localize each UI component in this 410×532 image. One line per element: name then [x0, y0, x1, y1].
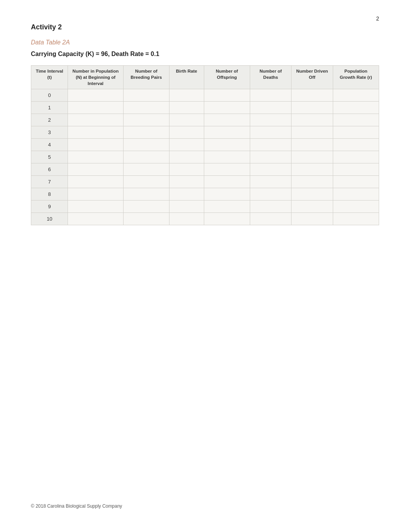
row-cell[interactable]: [204, 201, 250, 213]
row-cell[interactable]: [123, 102, 169, 114]
table-row: 7: [31, 176, 379, 188]
row-cell[interactable]: [291, 201, 333, 213]
row-cell[interactable]: [123, 114, 169, 126]
row-cell[interactable]: [204, 126, 250, 139]
row-cell[interactable]: [204, 188, 250, 201]
col-header-population: Number in Population (N) at Beginning of…: [68, 66, 123, 89]
row-cell[interactable]: [68, 102, 123, 114]
row-cell[interactable]: [123, 188, 169, 201]
row-cell[interactable]: [250, 188, 291, 201]
capacity-heading: Carrying Capacity (K) = 96, Death Rate =…: [31, 51, 379, 58]
row-cell[interactable]: [204, 213, 250, 225]
row-cell[interactable]: [68, 201, 123, 213]
row-cell[interactable]: [291, 176, 333, 188]
col-header-time: Time Interval (t): [31, 66, 68, 89]
row-cell[interactable]: [250, 151, 291, 163]
row-cell[interactable]: [169, 151, 204, 163]
table-row: 0: [31, 89, 379, 102]
row-cell[interactable]: [204, 114, 250, 126]
row-cell[interactable]: [250, 126, 291, 139]
row-cell[interactable]: [169, 139, 204, 151]
row-cell[interactable]: [169, 102, 204, 114]
row-cell[interactable]: [291, 126, 333, 139]
row-cell[interactable]: [333, 151, 379, 163]
row-cell[interactable]: [204, 102, 250, 114]
row-time-value: 1: [31, 102, 68, 114]
row-cell[interactable]: [123, 201, 169, 213]
table-row: 4: [31, 139, 379, 151]
col-header-birth-rate: Birth Rate: [169, 66, 204, 89]
row-cell[interactable]: [169, 201, 204, 213]
row-cell[interactable]: [250, 139, 291, 151]
row-cell[interactable]: [169, 176, 204, 188]
row-cell[interactable]: [169, 213, 204, 225]
row-cell[interactable]: [68, 89, 123, 102]
row-time-value: 5: [31, 151, 68, 163]
table-row: 8: [31, 188, 379, 201]
row-cell[interactable]: [123, 213, 169, 225]
row-cell[interactable]: [123, 126, 169, 139]
row-cell[interactable]: [291, 114, 333, 126]
row-cell[interactable]: [291, 163, 333, 176]
row-cell[interactable]: [250, 102, 291, 114]
row-cell[interactable]: [68, 151, 123, 163]
row-cell[interactable]: [123, 176, 169, 188]
row-cell[interactable]: [250, 176, 291, 188]
row-cell[interactable]: [333, 163, 379, 176]
row-time-value: 6: [31, 163, 68, 176]
row-cell[interactable]: [204, 139, 250, 151]
row-cell[interactable]: [291, 151, 333, 163]
row-cell[interactable]: [333, 114, 379, 126]
row-cell[interactable]: [169, 126, 204, 139]
row-cell[interactable]: [333, 139, 379, 151]
row-cell[interactable]: [291, 213, 333, 225]
row-cell[interactable]: [68, 114, 123, 126]
row-cell[interactable]: [333, 188, 379, 201]
table-row: 10: [31, 213, 379, 225]
row-time-value: 7: [31, 176, 68, 188]
row-cell[interactable]: [169, 89, 204, 102]
row-cell[interactable]: [250, 89, 291, 102]
row-cell[interactable]: [204, 176, 250, 188]
row-cell[interactable]: [291, 188, 333, 201]
row-cell[interactable]: [333, 89, 379, 102]
row-time-value: 3: [31, 126, 68, 139]
row-cell[interactable]: [333, 126, 379, 139]
row-cell[interactable]: [169, 114, 204, 126]
row-cell[interactable]: [204, 151, 250, 163]
table-row: 5: [31, 151, 379, 163]
row-cell[interactable]: [123, 163, 169, 176]
page-number: 2: [376, 15, 379, 22]
row-cell[interactable]: [291, 89, 333, 102]
row-cell[interactable]: [169, 188, 204, 201]
row-cell[interactable]: [68, 126, 123, 139]
row-cell[interactable]: [204, 89, 250, 102]
row-cell[interactable]: [291, 102, 333, 114]
col-header-offspring: Number of Offspring: [204, 66, 250, 89]
row-cell[interactable]: [123, 89, 169, 102]
row-cell[interactable]: [250, 201, 291, 213]
row-cell[interactable]: [333, 201, 379, 213]
row-cell[interactable]: [204, 163, 250, 176]
activity-title: Activity 2: [31, 23, 379, 31]
table-row: 1: [31, 102, 379, 114]
row-time-value: 4: [31, 139, 68, 151]
row-time-value: 2: [31, 114, 68, 126]
row-cell[interactable]: [250, 163, 291, 176]
row-cell[interactable]: [68, 139, 123, 151]
row-cell[interactable]: [68, 188, 123, 201]
row-cell[interactable]: [333, 102, 379, 114]
row-cell[interactable]: [68, 213, 123, 225]
row-cell[interactable]: [250, 213, 291, 225]
row-cell[interactable]: [250, 114, 291, 126]
row-cell[interactable]: [68, 163, 123, 176]
row-cell[interactable]: [169, 163, 204, 176]
col-header-driven-off: Number Driven Off: [291, 66, 333, 89]
row-cell[interactable]: [291, 139, 333, 151]
row-cell[interactable]: [123, 139, 169, 151]
row-cell[interactable]: [68, 176, 123, 188]
row-cell[interactable]: [333, 176, 379, 188]
row-cell[interactable]: [333, 213, 379, 225]
row-cell[interactable]: [123, 151, 169, 163]
footer-text: © 2018 Carolina Biological Supply Compan…: [31, 503, 122, 509]
